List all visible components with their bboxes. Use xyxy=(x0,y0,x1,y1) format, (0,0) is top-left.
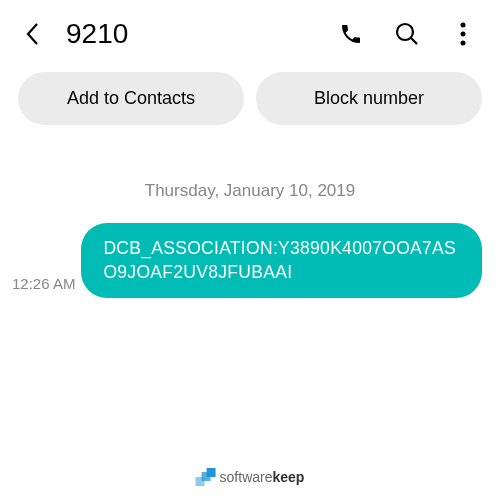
block-number-button[interactable]: Block number xyxy=(256,72,482,125)
more-vertical-icon xyxy=(460,22,466,46)
phone-icon xyxy=(339,22,363,46)
svg-point-4 xyxy=(461,41,466,46)
svg-point-3 xyxy=(461,32,466,37)
contact-number: 9210 xyxy=(66,18,338,50)
svg-line-1 xyxy=(411,38,417,44)
svg-point-0 xyxy=(397,24,413,40)
add-to-contacts-button[interactable]: Add to Contacts xyxy=(18,72,244,125)
date-divider: Thursday, January 10, 2019 xyxy=(0,181,500,201)
sent-message-bubble[interactable]: DCB_ASSOCIATION:Y3890K4007OOA7ASO9JOAF2U… xyxy=(81,223,482,298)
svg-point-2 xyxy=(461,23,466,28)
watermark-logo: softwarekeep xyxy=(196,468,305,486)
conversation-header: 9210 xyxy=(0,0,500,68)
call-button[interactable] xyxy=(338,21,364,47)
search-icon xyxy=(394,21,420,47)
more-button[interactable] xyxy=(450,21,476,47)
contact-actions: Add to Contacts Block number xyxy=(0,72,500,125)
message-row: 12:26 AM DCB_ASSOCIATION:Y3890K4007OOA7A… xyxy=(0,223,500,298)
watermark-text: softwarekeep xyxy=(220,469,305,485)
softwarekeep-icon xyxy=(196,468,216,486)
header-actions xyxy=(338,21,476,47)
search-button[interactable] xyxy=(394,21,420,47)
back-button[interactable] xyxy=(18,20,46,48)
chevron-left-icon xyxy=(25,22,39,46)
message-timestamp: 12:26 AM xyxy=(12,275,75,298)
